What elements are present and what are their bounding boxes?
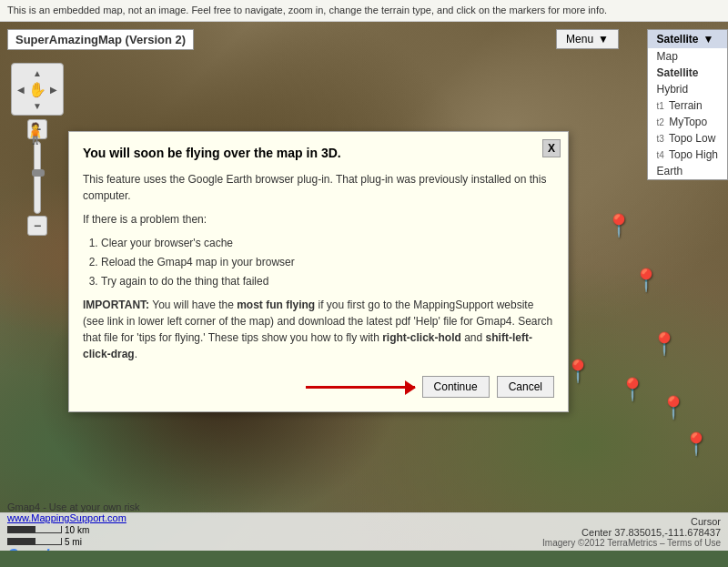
map-type-terrain[interactable]: t1 Terrain: [648, 97, 728, 114]
center-info: Center 37.835015,-111.678437: [542, 527, 721, 538]
scale-line: [7, 526, 62, 533]
dialog-title: You will soon be flying over the map in …: [83, 146, 554, 160]
nav-arrows: ▲ ◀ ✋ ▶ ▼: [15, 66, 60, 112]
nav-left[interactable]: ◀: [15, 81, 27, 98]
map-title: SuperAmazingMap (Version 2): [7, 29, 194, 50]
dialog-step-2: Reload the Gmap4 map in your browser: [101, 254, 554, 270]
right-click-text: right-click-hold: [382, 331, 461, 344]
map-pin-3[interactable]: 📍: [651, 331, 678, 357]
map-pin-2[interactable]: 📍: [632, 268, 660, 293]
continue-button[interactable]: Continue: [422, 376, 490, 398]
zoom-out-button[interactable]: −: [27, 216, 47, 236]
menu-button[interactable]: Menu ▼: [556, 29, 619, 49]
menu-label: Menu: [566, 33, 593, 46]
scale-mi-line: [7, 538, 62, 545]
map-type-satellite[interactable]: Satellite: [648, 65, 728, 81]
dialog-close-button[interactable]: X: [542, 139, 561, 157]
map-type-hybrid[interactable]: Hybrid: [648, 81, 728, 97]
scale-km: 10 km: [7, 525, 140, 535]
bottom-right: Cursor Center 37.835015,-111.678437 Imag…: [542, 516, 721, 548]
important-label: IMPORTANT:: [83, 299, 149, 311]
nav-right[interactable]: ▶: [47, 81, 60, 98]
shift-left-text: shift-left-click-drag: [83, 331, 532, 360]
imagery-info: Imagery ©2012 TerraMetrics – Terms of Us…: [542, 538, 721, 548]
website-text[interactable]: www.MappingSupport.com: [7, 512, 140, 523]
scale-bar: 10 km 5 mi: [7, 525, 140, 547]
map-pin-6[interactable]: 📍: [682, 431, 710, 457]
nav-pad: ▲ ◀ ✋ ▶ ▼: [11, 63, 64, 116]
street-view-icon[interactable]: 🧍: [23, 122, 47, 146]
dialog-important: IMPORTANT: You will have the most fun fl…: [83, 297, 554, 362]
map-pin-1[interactable]: 📍: [605, 213, 632, 238]
map-type-map[interactable]: Map: [648, 48, 728, 65]
nav-down-right[interactable]: [47, 99, 60, 113]
bottom-bar: Gmap4 - Use at your own risk www.Mapping…: [0, 512, 728, 551]
nav-down-left[interactable]: [15, 99, 27, 113]
map-type-label: Satellite: [657, 33, 699, 46]
dialog-body: This feature uses the Google Earth brows…: [83, 171, 554, 362]
most-fun-text: most fun flying: [237, 299, 315, 311]
nav-up[interactable]: ▲: [28, 66, 46, 80]
arrow-graphic: [83, 386, 415, 389]
map-type-arrow: ▼: [703, 33, 714, 46]
menu-dropdown-icon: ▼: [598, 33, 609, 46]
dialog-steps: Clear your browser's cache Reload the Gm…: [101, 235, 554, 289]
navigation-controls: ▲ ◀ ✋ ▶ ▼ + −: [11, 63, 64, 236]
cursor-info: Cursor: [542, 516, 721, 527]
red-arrow: [306, 386, 415, 389]
dialog-para2: If there is a problem then:: [83, 211, 554, 228]
top-info-bar: This is an embedded map, not an image. F…: [0, 0, 728, 22]
map-type-topo-high[interactable]: t4 Topo High: [648, 147, 728, 163]
flying-dialog: X You will soon be flying over the map i…: [68, 131, 569, 412]
map-pin-4[interactable]: 📍: [619, 377, 646, 402]
dialog-step-1: Clear your browser's cache: [101, 235, 554, 251]
google-logo: Google: [7, 547, 140, 552]
nav-center[interactable]: ✋: [28, 81, 46, 98]
cursor-label: Cursor: [691, 516, 721, 527]
nav-down[interactable]: ▼: [28, 99, 46, 113]
nav-up-left[interactable]: [15, 66, 27, 80]
cancel-button[interactable]: Cancel: [497, 376, 554, 398]
zoom-handle[interactable]: [32, 169, 45, 177]
scale-km-label: 10 km: [65, 525, 89, 535]
map-container: 📍 📍 📍 📍 📍 📍 📍 SuperAmazingMap (Version 2…: [0, 22, 728, 551]
map-type-dropdown[interactable]: Satellite ▼ Map Satellite Hybrid t1 Terr…: [647, 29, 729, 180]
map-pin-5[interactable]: 📍: [660, 395, 687, 420]
map-type-topo-low[interactable]: t3 Topo Low: [648, 130, 728, 147]
dialog-step-3: Try again to do the thing that failed: [101, 273, 554, 289]
scale-mi: 5 mi: [7, 537, 140, 547]
map-type-earth[interactable]: Earth: [648, 163, 728, 179]
dialog-para1: This feature uses the Google Earth brows…: [83, 171, 554, 204]
map-type-header[interactable]: Satellite ▼: [648, 30, 728, 48]
top-bar-text: This is an embedded map, not an image. F…: [7, 5, 607, 15]
bottom-left: Gmap4 - Use at your own risk www.Mapping…: [7, 501, 140, 552]
brand-info: Gmap4 - Use at your own risk www.Mapping…: [7, 501, 140, 523]
brand-text: Gmap4 - Use at your own risk: [7, 501, 140, 512]
nav-up-right[interactable]: [47, 66, 60, 80]
dialog-buttons: Continue Cancel: [83, 376, 554, 398]
map-type-mytopo[interactable]: t2 MyTopo: [648, 114, 728, 130]
zoom-slider[interactable]: [34, 141, 41, 214]
